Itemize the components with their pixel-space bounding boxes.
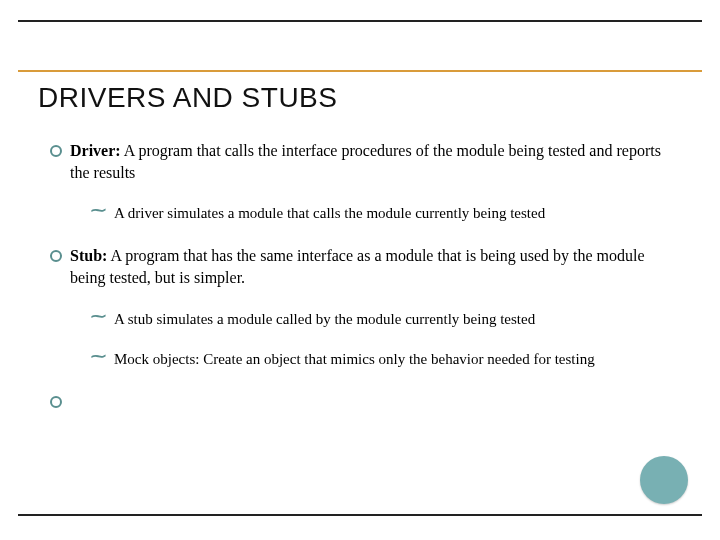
sub-list-item: ⁓ A driver simulates a module that calls… [90,203,670,223]
bottom-rule [18,514,702,516]
decorative-circle-icon [640,456,688,504]
sub-list: ⁓ A driver simulates a module that calls… [70,203,670,223]
slide: DRIVERS AND STUBS Driver: A program that… [0,0,720,540]
sub-list: ⁓ A stub simulates a module called by th… [70,309,670,370]
sub-item-text: Mock objects: Create an object that mimi… [114,351,595,367]
list-item-empty [50,391,670,405]
slide-title: DRIVERS AND STUBS [38,82,337,114]
top-rule [18,20,702,22]
sub-item-text: A stub simulates a module called by the … [114,311,535,327]
item-body: A program that has the same interface as… [70,247,645,286]
accent-rule [18,70,702,72]
sub-bullet-icon: ⁓ [90,203,106,218]
term-label: Driver: [70,142,121,159]
list-item: Driver: A program that calls the interfa… [50,140,670,223]
slide-content: Driver: A program that calls the interfa… [50,140,670,427]
sub-list-item: ⁓ A stub simulates a module called by th… [90,309,670,329]
bullet-list: Driver: A program that calls the interfa… [50,140,670,405]
item-body: A program that calls the interface proce… [70,142,661,181]
sub-list-item: ⁓ Mock objects: Create an object that mi… [90,349,670,369]
sub-bullet-icon: ⁓ [90,349,106,364]
sub-item-text: A driver simulates a module that calls t… [114,205,545,221]
sub-bullet-icon: ⁓ [90,309,106,324]
list-item: Stub: A program that has the same interf… [50,245,670,369]
term-label: Stub: [70,247,107,264]
